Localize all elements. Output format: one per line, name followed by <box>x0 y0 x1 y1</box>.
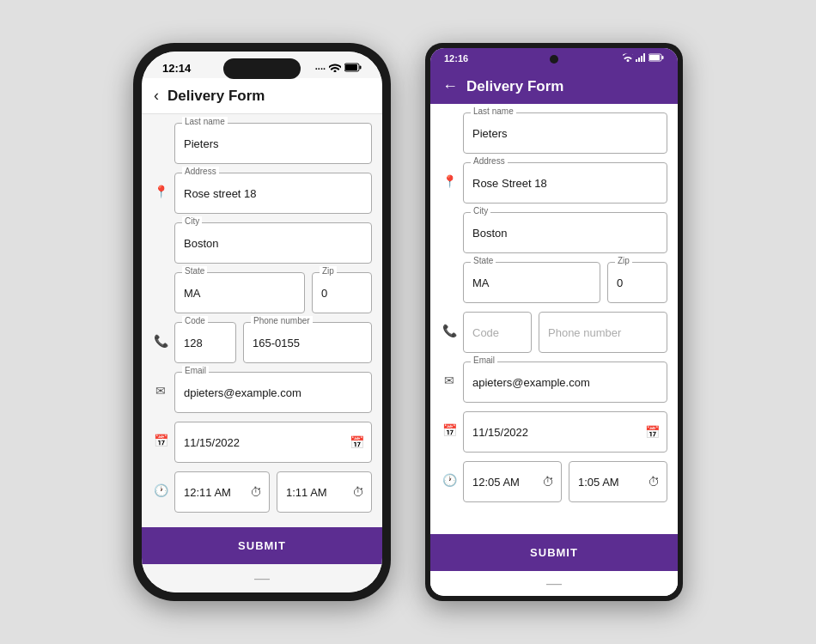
android-device: 12:16 ← <box>425 43 683 601</box>
android-time2-value: 1:05 AM <box>578 476 619 489</box>
android-zip-field[interactable]: Zip 0 <box>607 262 667 303</box>
android-signal-icon <box>636 53 646 64</box>
android-clock-field-icon-2: ⏱ <box>648 475 660 489</box>
code-field[interactable]: Code 128 <box>174 322 236 363</box>
zip-value: 0 <box>321 287 327 300</box>
android-email-field[interactable]: Email apieters@example.com <box>463 361 667 403</box>
android-email-value: apieters@example.com <box>472 376 590 389</box>
android-state-value: MA <box>472 276 490 289</box>
android-app-bar: ← Delivery Form <box>430 69 678 104</box>
android-address-group: 📍 Address Rose Street 18 <box>441 162 667 204</box>
calendar-field-icon: 📅 <box>350 435 364 449</box>
city-field[interactable]: City Boston <box>174 222 372 264</box>
android-time-group: 🕐 12:05 AM ⏱ 1:05 AM ⏱ <box>441 461 667 502</box>
time2-value: 1:11 AM <box>286 486 327 499</box>
svg-rect-5 <box>641 56 642 62</box>
battery-icon <box>344 63 362 74</box>
android-location-icon: 📍 <box>441 174 458 188</box>
android-phone-field[interactable]: Phone number <box>539 312 667 353</box>
address-value: Rose street 18 <box>184 187 257 200</box>
android-clock-field-icon-1: ⏱ <box>542 475 554 489</box>
app-bar-title: Delivery Form <box>167 88 265 105</box>
android-phone-icon: 📞 <box>441 324 458 337</box>
svg-rect-6 <box>643 53 645 62</box>
svg-rect-1 <box>360 66 362 70</box>
last-name-label: Last name <box>182 117 228 126</box>
android-back-button[interactable]: ← <box>442 77 458 95</box>
android-code-field[interactable]: Code <box>463 312 532 353</box>
address-group: 📍 Address Rose street 18 <box>152 173 372 214</box>
last-name-group: · Last name Pieters <box>152 123 372 164</box>
android-zip-value: 0 <box>617 276 623 289</box>
clock-icon: 🕐 <box>152 483 169 497</box>
time2-field[interactable]: 1:11 AM ⏱ <box>277 471 372 513</box>
android-date-group: 📅 11/15/2022 📅 <box>441 411 667 453</box>
android-home-indicator: — <box>430 571 678 596</box>
android-last-name-value: Pieters <box>472 127 507 140</box>
location-icon: 📍 <box>152 185 169 198</box>
android-email-group: ✉ Email apieters@example.com <box>441 361 667 403</box>
signal-icon: ···· <box>315 64 326 74</box>
date-value: 11/15/2022 <box>184 436 240 449</box>
android-time2-field[interactable]: 1:05 AM ⏱ <box>569 461 667 502</box>
phone-value: 165-0155 <box>253 337 300 349</box>
svg-rect-4 <box>638 58 640 62</box>
android-camera <box>550 55 558 64</box>
email-label: Email <box>182 366 209 375</box>
phone-field[interactable]: Phone number 165-0155 <box>243 322 372 363</box>
time1-field[interactable]: 12:11 AM ⏱ <box>174 471 270 513</box>
code-value: 128 <box>184 337 203 349</box>
email-icon: ✉ <box>152 384 169 398</box>
code-label: Code <box>182 316 208 325</box>
android-date-value: 11/15/2022 <box>472 426 528 439</box>
email-field[interactable]: Email dpieters@example.com <box>174 372 372 413</box>
android-city-label: City <box>471 206 490 216</box>
zip-field[interactable]: Zip 0 <box>312 272 372 313</box>
time1-value: 12:11 AM <box>184 486 231 499</box>
home-indicator: — <box>142 564 382 592</box>
svg-rect-8 <box>662 56 664 59</box>
android-last-name-label: Last name <box>471 106 516 116</box>
clock-field-icon-2: ⏱ <box>352 485 364 499</box>
android-city-value: Boston <box>472 227 507 240</box>
android-time1-value: 12:05 AM <box>472 476 520 489</box>
state-field[interactable]: State MA <box>174 272 305 313</box>
android-date-field[interactable]: 11/15/2022 📅 <box>463 411 667 453</box>
android-phone-label: Phone number <box>548 326 621 339</box>
svg-rect-2 <box>345 64 357 70</box>
back-button[interactable]: ‹ <box>154 87 159 105</box>
address-label: Address <box>182 167 219 176</box>
android-city-field[interactable]: City Boston <box>463 212 667 253</box>
android-phone-group: 📞 Code Phone number <box>441 312 667 353</box>
date-group: 📅 11/15/2022 📅 <box>152 422 372 463</box>
android-form-scroll: · Last name Pieters 📍 Address Rose Stree… <box>430 104 678 534</box>
android-battery-icon <box>649 53 664 64</box>
iphone-notch <box>223 58 301 79</box>
android-clock-icon: 🕐 <box>441 473 458 487</box>
clock-field-icon-1: ⏱ <box>250 485 262 499</box>
android-app-bar-title: Delivery Form <box>466 78 563 95</box>
android-status-icons <box>623 53 664 64</box>
email-value: dpieters@example.com <box>184 386 301 399</box>
last-name-field[interactable]: Last name Pieters <box>174 123 372 164</box>
zip-label: Zip <box>320 266 337 276</box>
date-field[interactable]: 11/15/2022 📅 <box>174 422 372 463</box>
android-last-name-field[interactable]: Last name Pieters <box>463 112 667 154</box>
status-icons: ···· <box>315 63 362 74</box>
city-value: Boston <box>184 237 218 250</box>
android-address-label: Address <box>471 156 508 166</box>
iphone-device: 12:14 ···· ‹ Delivery Form · <box>133 43 391 601</box>
android-calendar-icon: 📅 <box>441 423 458 437</box>
android-state-field[interactable]: State MA <box>463 262 600 303</box>
svg-rect-3 <box>636 59 637 62</box>
submit-button[interactable]: SUBMIT <box>142 527 382 564</box>
android-submit-button[interactable]: SUBMIT <box>430 534 678 571</box>
android-address-field[interactable]: Address Rose Street 18 <box>463 162 667 204</box>
phone-label: Phone number <box>251 316 313 325</box>
address-field[interactable]: Address Rose street 18 <box>174 173 372 214</box>
phone-group: 📞 Code 128 Phone number 165-0155 <box>152 322 372 363</box>
iphone-app-bar: ‹ Delivery Form <box>142 78 382 114</box>
calendar-icon: 📅 <box>152 434 169 447</box>
android-city-group: · City Boston <box>441 212 667 253</box>
android-time1-field[interactable]: 12:05 AM ⏱ <box>463 461 562 502</box>
